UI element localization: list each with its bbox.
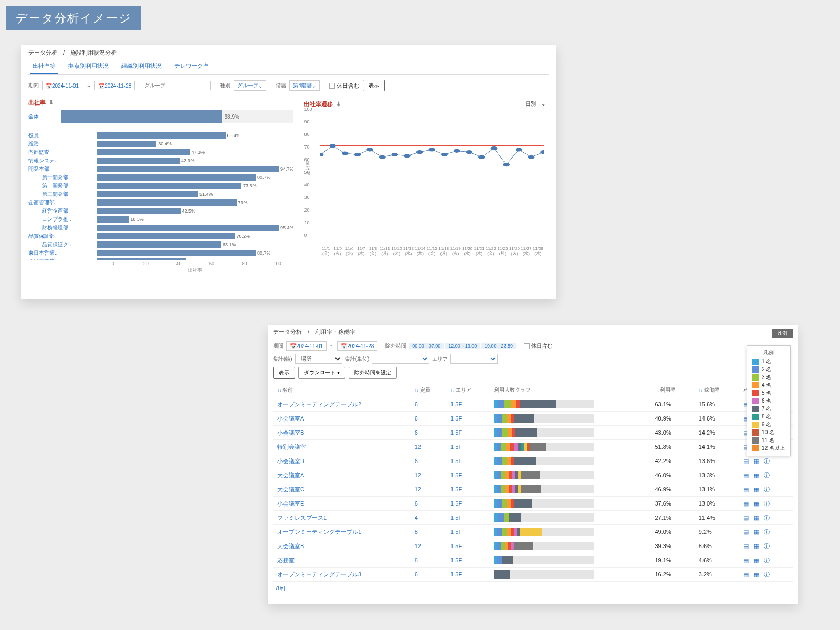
chart-icon[interactable]: ▤ [742, 528, 750, 536]
cell-area: 1 5F [446, 525, 490, 539]
group-input[interactable] [169, 81, 211, 90]
type-select[interactable]: グループ ⌄ [234, 80, 266, 91]
agg-axis-select[interactable]: 場所 [295, 354, 342, 364]
info-icon[interactable]: ⓘ [763, 514, 771, 521]
chart-icon[interactable]: ▤ [742, 571, 750, 578]
cell-name[interactable]: 小会議室A [273, 412, 411, 426]
calendar-icon[interactable]: ▦ [753, 514, 760, 521]
download-icon[interactable]: ⬇ [336, 101, 341, 108]
cell-name[interactable]: 大会議室C [273, 482, 411, 497]
period-label: 期間 [28, 82, 39, 89]
calendar-icon[interactable]: ▦ [753, 471, 760, 479]
layer-label: 階層 [276, 82, 286, 89]
cell-name[interactable]: ファミレスブース1 [273, 511, 411, 525]
table-row: オープンミーティングテーブル181 5F49.0%9.2%▤▦ⓘ [273, 525, 793, 539]
layer-select[interactable]: 第4階層 ⌄ [289, 80, 320, 91]
info-icon[interactable]: ⓘ [763, 471, 771, 479]
analysis-panel-2: データ分析 / 利用率・稼働率 凡例 期間 📅 2024-11-01 ～ 📅 2… [268, 326, 798, 604]
svg-point-9 [429, 148, 436, 151]
cell-usage-rate: 42.2% [650, 454, 694, 468]
svg-point-17 [528, 155, 535, 159]
chart-icon[interactable]: ▤ [742, 500, 750, 507]
cell-capacity: 12 [411, 482, 446, 497]
col-area[interactable]: ↑↓エリア [446, 383, 490, 397]
except-settings-button[interactable]: 除外時間を設定 [349, 367, 397, 379]
chart-icon[interactable]: ▤ [742, 556, 750, 564]
calendar-icon[interactable]: ▦ [753, 528, 760, 536]
legend-button[interactable]: 凡例 [772, 329, 793, 338]
calendar-icon[interactable]: ▦ [753, 556, 760, 564]
cell-name[interactable]: オープンミーティングテーブル3 [273, 568, 411, 582]
cell-actions: ▤▦ⓘ [738, 539, 793, 553]
period-label: 期間 [273, 342, 284, 350]
cell-name[interactable]: 特別会議室 [273, 440, 411, 454]
cell-actions: ▤▦ⓘ [738, 482, 793, 497]
except-tag[interactable]: 19:00～23:59 [481, 343, 516, 349]
bar-row: 経営企画部42.5% [28, 207, 293, 215]
col-capacity[interactable]: ↑↓定員 [411, 383, 446, 397]
cell-name[interactable]: 小会議室B [273, 426, 411, 440]
trend-period-select[interactable]: 日別 ⌄ [522, 99, 549, 109]
cell-occupancy: 8.6% [695, 539, 738, 553]
chart-icon[interactable]: ▤ [742, 486, 750, 493]
svg-point-2 [342, 152, 349, 155]
download-icon[interactable]: ⬇ [49, 99, 54, 106]
cell-occupancy: 15.6% [695, 397, 738, 412]
cell-actions: ▤▦ⓘ [738, 553, 793, 568]
info-icon[interactable]: ⓘ [763, 486, 771, 493]
except-tag[interactable]: 00:00～07:00 [409, 343, 444, 349]
legend-item: 6 名 [752, 397, 785, 405]
tab-3[interactable]: テレワーク率 [172, 59, 211, 74]
cell-occupancy: 13.1% [695, 482, 738, 497]
cell-name[interactable]: 小会議室D [273, 454, 411, 468]
analysis-panel-1: データ分析 / 施設利用状況分析 出社率等拠点別利用状況組織別利用状況テレワーク… [21, 45, 556, 299]
date-to-input[interactable]: 📅 2024-11-28 [337, 341, 377, 351]
cell-name[interactable]: 大会議室A [273, 468, 411, 482]
holiday-checkbox[interactable]: 休日含む [329, 82, 360, 90]
info-icon[interactable]: ⓘ [763, 528, 771, 536]
cell-name[interactable]: オープンミーティングテーブル2 [273, 397, 411, 412]
tab-0[interactable]: 出社率等 [30, 59, 58, 74]
chart-icon[interactable]: ▤ [742, 514, 750, 521]
cell-name[interactable]: 応接室 [273, 553, 411, 568]
col-usage-rate[interactable]: ↑↓利用率 [650, 383, 694, 397]
cell-capacity: 6 [411, 497, 446, 511]
col-occupancy[interactable]: ↑↓稼働率 [695, 383, 738, 397]
calendar-icon[interactable]: ▦ [753, 500, 760, 507]
download-button[interactable]: ダウンロード ▾ [298, 367, 345, 379]
chart-icon[interactable]: ▤ [742, 471, 750, 479]
info-icon[interactable]: ⓘ [763, 571, 771, 578]
cell-area: 1 5F [446, 511, 490, 525]
col-name[interactable]: ↑↓名前 [273, 383, 411, 397]
tab-1[interactable]: 拠点別利用状況 [66, 59, 111, 74]
info-icon[interactable]: ⓘ [763, 556, 771, 564]
holiday-checkbox[interactable]: 休日含む [524, 342, 552, 350]
cell-usage-rate: 46.9% [650, 482, 694, 497]
calendar-icon[interactable]: ▦ [753, 457, 760, 465]
area-select[interactable] [450, 354, 498, 364]
calendar-icon[interactable]: ▦ [753, 542, 760, 550]
cell-name[interactable]: 大会議室B [273, 539, 411, 553]
cell-name[interactable]: オープンミーティングテーブル1 [273, 525, 411, 539]
cell-usage-graph [490, 497, 650, 511]
cell-capacity: 12 [411, 440, 446, 454]
chart-icon[interactable]: ▤ [742, 542, 750, 550]
cell-name[interactable]: 小会議室E [273, 497, 411, 511]
info-icon[interactable]: ⓘ [763, 500, 771, 507]
except-tag[interactable]: 12:00～13:00 [445, 343, 480, 349]
show-button[interactable]: 表示 [273, 367, 295, 379]
show-button[interactable]: 表示 [363, 80, 385, 91]
line-chart: 出社率 0102030405060708090100 11/1(金)11/5(火… [320, 114, 549, 256]
date-from-input[interactable]: 📅 2024-11-01 [42, 81, 82, 90]
chart-icon[interactable]: ▤ [742, 457, 750, 465]
date-from-input[interactable]: 📅 2024-11-01 [286, 341, 327, 351]
calendar-icon[interactable]: ▦ [753, 486, 760, 493]
tab-2[interactable]: 組織別利用状況 [119, 59, 164, 74]
cell-occupancy: 14.6% [695, 412, 738, 426]
legend-title: 凡例 [752, 349, 785, 356]
info-icon[interactable]: ⓘ [763, 457, 771, 465]
calendar-icon[interactable]: ▦ [753, 571, 760, 578]
agg-unit-select[interactable] [372, 354, 429, 364]
info-icon[interactable]: ⓘ [763, 542, 771, 550]
date-to-input[interactable]: 📅 2024-11-28 [94, 81, 135, 90]
